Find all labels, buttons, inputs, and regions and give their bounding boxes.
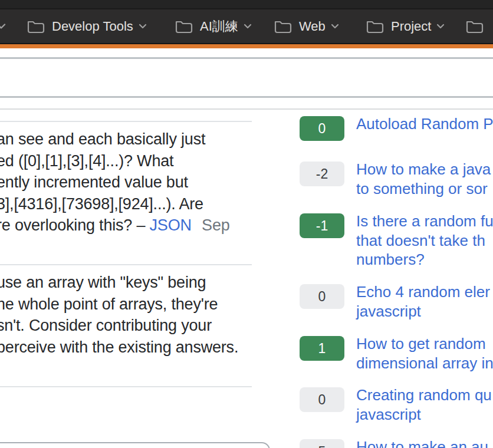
comment-date: Sep bbox=[202, 216, 229, 234]
bookmark-folder-ai-training[interactable]: AI訓練 bbox=[175, 18, 252, 35]
question-score-badge: 0 bbox=[300, 116, 344, 141]
bookmark-overflow-chevron-icon[interactable] bbox=[0, 23, 6, 29]
question-score-badge: 0 bbox=[300, 284, 344, 309]
related-question-link[interactable]: How to make an au bbox=[356, 437, 488, 448]
chevron-down-icon bbox=[244, 24, 252, 29]
divider bbox=[0, 96, 493, 98]
bookmark-label: Project bbox=[391, 19, 431, 34]
comment-divider bbox=[0, 264, 252, 265]
window-title-bar bbox=[0, 0, 493, 8]
related-question-title-line: How to make a java bbox=[356, 160, 491, 179]
related-question-link[interactable]: Echo 4 random eler javascript bbox=[356, 282, 490, 321]
related-question-row: 0 Autoload Random P bbox=[300, 116, 493, 141]
comment-text-line: 3],[4316],[73698],[924]...). Are bbox=[0, 193, 274, 215]
comment-text-line: perceive with the existing answers. bbox=[0, 337, 274, 358]
related-question-row: 0 Echo 4 random eler javascript bbox=[300, 284, 493, 309]
related-question-title-line: Echo 4 random eler bbox=[356, 282, 490, 302]
chevron-down-icon bbox=[331, 24, 339, 29]
related-question-title-line: How to get random bbox=[356, 334, 493, 354]
bookmark-folder-project[interactable]: Project bbox=[366, 19, 445, 34]
related-question-row: -2 How to make a java to something or so… bbox=[300, 162, 493, 186]
related-question-row: -1 Is there a random fu that doesn't tak… bbox=[300, 213, 493, 238]
related-question-link[interactable]: How to get random dimensional array in bbox=[356, 334, 493, 373]
bookmark-label: Web bbox=[299, 19, 326, 34]
bookmark-label: Develop Tools bbox=[52, 19, 133, 34]
comment-text-line: use an array with "keys" being bbox=[0, 272, 274, 294]
comment-text-line: re overlooking this? – JSON Sep bbox=[0, 215, 274, 236]
comment: an see and each basically just ed ([0],[… bbox=[0, 129, 274, 236]
folder-icon bbox=[465, 19, 484, 34]
related-question-title-line: Creating random qu bbox=[356, 386, 492, 405]
add-comment-textarea[interactable] bbox=[0, 442, 270, 448]
bookmark-folder-web[interactable]: Web bbox=[274, 19, 339, 34]
question-score-badge: 0 bbox=[300, 387, 344, 412]
comment-text-line: sn't. Consider contributing your bbox=[0, 315, 274, 337]
comment-text-line: ently incremented value but bbox=[0, 172, 274, 193]
folder-icon bbox=[175, 19, 193, 34]
related-question-title-line: javascript bbox=[356, 302, 490, 321]
comment-text-line: he whole point of arrays, they're bbox=[0, 294, 274, 315]
related-question-link[interactable]: How to make a java to something or sor bbox=[356, 160, 491, 198]
bookmark-folder-develop-tools[interactable]: Develop Tools bbox=[27, 19, 147, 34]
related-question-row: 5 How to make an au bbox=[300, 439, 493, 448]
chevron-down-icon bbox=[436, 24, 445, 29]
question-score-badge: 5 bbox=[300, 439, 344, 448]
divider bbox=[0, 57, 493, 59]
comment-text-line: an see and each basically just bbox=[0, 129, 274, 150]
related-question-title-line: Is there a random fu bbox=[356, 212, 493, 231]
comment-divider bbox=[0, 386, 252, 387]
related-question-title-line: javascript bbox=[356, 405, 492, 424]
folder-icon bbox=[366, 19, 384, 34]
comment-text-line: ed ([0],[1],[3],[4]...)? What bbox=[0, 150, 274, 172]
bookmark-label: AI訓練 bbox=[200, 18, 238, 35]
bookmark-folder-partial[interactable] bbox=[465, 19, 493, 34]
related-question-title-line: Autoload Random P bbox=[356, 114, 493, 134]
comment-divider bbox=[0, 121, 252, 122]
divider bbox=[0, 108, 493, 110]
question-score-badge: -2 bbox=[300, 162, 344, 186]
comment: use an array with "keys" being he whole … bbox=[0, 272, 274, 358]
related-question-link[interactable]: Is there a random fu that doesn't take t… bbox=[356, 212, 493, 269]
related-question-title-line: that doesn't take th bbox=[356, 231, 493, 251]
related-question-link[interactable]: Autoload Random P bbox=[356, 114, 493, 134]
question-score-badge: -1 bbox=[300, 213, 344, 238]
related-question-row: 1 How to get random dimensional array in bbox=[300, 336, 493, 361]
question-score-badge: 1 bbox=[300, 336, 344, 361]
chevron-down-icon bbox=[139, 24, 147, 29]
related-question-link[interactable]: Creating random qu javascript bbox=[356, 386, 492, 424]
bookmarks-bar: Develop Tools AI訓練 Web Project bbox=[0, 9, 493, 43]
comment-text: re overlooking this? – bbox=[0, 216, 145, 234]
related-question-title-line: numbers? bbox=[356, 250, 493, 269]
related-question-title-line: dimensional array in bbox=[356, 354, 493, 373]
folder-icon bbox=[274, 19, 292, 34]
related-question-title-line: to something or sor bbox=[356, 179, 491, 199]
comment-author-link[interactable]: JSON bbox=[150, 216, 192, 234]
related-question-row: 0 Creating random qu javascript bbox=[300, 387, 493, 412]
related-question-title-line: How to make an au bbox=[356, 437, 488, 448]
header-accent-bar bbox=[0, 44, 493, 48]
folder-icon bbox=[27, 19, 45, 34]
